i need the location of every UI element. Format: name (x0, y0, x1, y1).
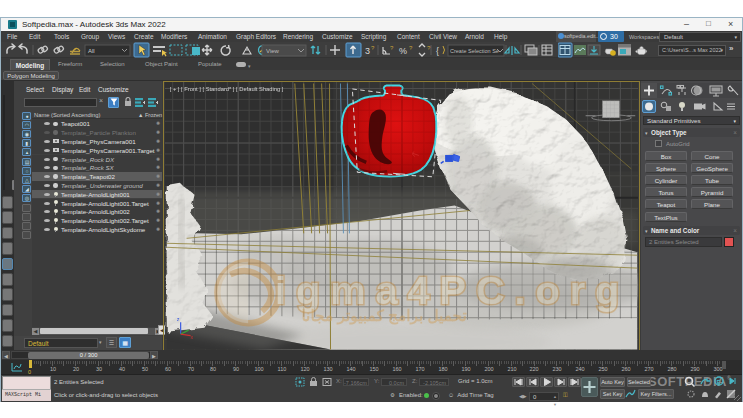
svg-text:View: View (266, 48, 280, 54)
svg-text:All: All (88, 48, 95, 54)
svg-text:z: z (177, 316, 180, 322)
svg-text:E: E (717, 379, 721, 385)
svg-text:[ + ] [ Front ] [ Standard* ]: [ + ] [ Front ] [ Standard* ] [ Default … (170, 85, 284, 91)
svg-text:ht: ht (454, 156, 460, 162)
svg-text:x: x (191, 334, 194, 340)
svg-text:?: ? (427, 45, 431, 51)
svg-text:?: ? (409, 45, 413, 51)
svg-text:?: ? (390, 45, 394, 51)
svg-text:Create Selection Se: Create Selection Se (450, 48, 499, 54)
svg-text:%: % (399, 46, 407, 56)
svg-text:3: 3 (365, 46, 370, 56)
svg-text:{: { (436, 46, 439, 56)
svg-text:?: ? (371, 45, 375, 51)
svg-text:تحميل برامج كمبيوتر مجانا: تحميل برامج كمبيوتر مجانا (301, 307, 467, 325)
